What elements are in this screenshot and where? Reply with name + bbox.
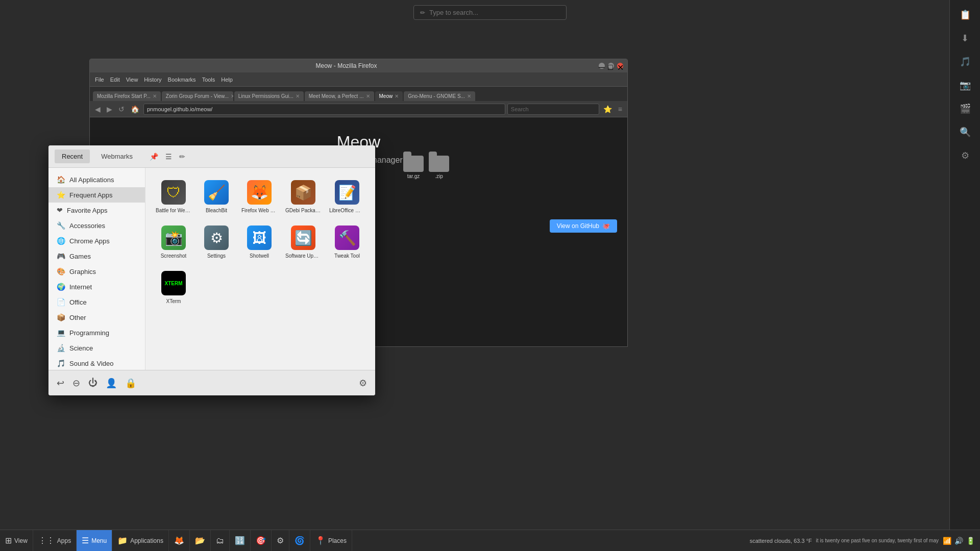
tab-5[interactable]: Gno-Menu - GNOME S...✕ [404, 91, 475, 101]
tab-0[interactable]: Mozilla Firefox Start P...✕ [93, 91, 161, 101]
tab-close-0[interactable]: ✕ [153, 93, 157, 99]
panel-music-icon[interactable]: 🎵 [954, 51, 976, 72]
bookmark-icon[interactable]: ⭐ [601, 104, 614, 114]
app-writer[interactable]: 📝 LibreOffice Writer [327, 176, 367, 217]
app-bleachbit[interactable]: 🧹 BleachBit [198, 176, 235, 217]
sidebar-item-frequent[interactable]: ⭐ Frequent Apps [48, 187, 145, 203]
panel-settings-icon[interactable]: ⚙ [954, 145, 976, 166]
app-screenshot[interactable]: 📸 Screenshot [154, 221, 193, 263]
taskbar-settings[interactable]: ⚙ [272, 530, 289, 551]
taskbar-files[interactable]: 📂 [190, 530, 211, 551]
folder-zip[interactable]: .zip [429, 156, 449, 179]
tab-close-5[interactable]: ✕ [467, 93, 471, 99]
sidebar-item-office[interactable]: 📄 Office [48, 294, 145, 310]
tab-3[interactable]: Meet Meow, a Perfect ...✕ [305, 91, 374, 101]
sidebar-label-other: Other [69, 314, 86, 321]
tab-webmarks[interactable]: Webmarks [94, 149, 140, 163]
app-gdebi[interactable]: 📦 GDebi Package Insta... [283, 176, 323, 217]
taskbar-view[interactable]: ⊞ View [0, 530, 33, 551]
network-icon[interactable]: 📶 [943, 537, 951, 545]
panel-video-icon[interactable]: 🎬 [954, 98, 976, 119]
menu-history[interactable]: History [142, 77, 163, 83]
panel-camera-icon[interactable]: 📷 [954, 74, 976, 96]
menu-help[interactable]: Help [219, 77, 235, 83]
taskbar-numpad[interactable]: 🔢 [230, 530, 251, 551]
app-tweak[interactable]: 🔨 Tweak Tool [327, 221, 367, 263]
footer-undo-button[interactable]: ↩ [57, 378, 64, 389]
sidebar-item-science[interactable]: 🔬 Science [48, 340, 145, 356]
menu-file[interactable]: File [93, 77, 106, 83]
app-label-battle-wesnoth: Battle for Wesno ... [156, 208, 191, 213]
tab-close-3[interactable]: ✕ [366, 93, 370, 99]
header-search-area[interactable] [195, 153, 369, 160]
close-button[interactable]: ✕ [617, 63, 623, 69]
sidebar-item-other[interactable]: 📦 Other [48, 310, 145, 325]
maximize-button[interactable]: □ [608, 63, 614, 69]
app-battle-wesnoth[interactable]: 🛡 Battle for Wesno ... [154, 176, 193, 217]
footer-gear-button[interactable]: ⚙ [359, 378, 367, 389]
tab-close-1[interactable]: ✕ [231, 93, 233, 99]
taskbar-places[interactable]: 📍 Places [310, 530, 352, 551]
nav-home[interactable]: 🏠 [129, 104, 141, 114]
panel-search-icon[interactable]: 🔍 [954, 121, 976, 143]
menu-edit[interactable]: Edit [108, 77, 122, 83]
pin-icon[interactable]: 📌 [148, 151, 160, 162]
tab-recent[interactable]: Recent [55, 149, 90, 163]
tab-close-4[interactable]: ✕ [395, 93, 399, 99]
applications-icon: 📁 [117, 536, 128, 545]
tab-close-2[interactable]: ✕ [296, 93, 300, 99]
tab-2[interactable]: Linux Permissions Gui...✕ [234, 91, 304, 101]
folder-targz[interactable]: tar.gz [403, 156, 424, 179]
edit-icon[interactable]: ✏ [178, 151, 187, 162]
url-bar[interactable]: pnmougel.github.io/meow/ [143, 104, 505, 115]
search-input[interactable] [429, 9, 560, 16]
header-search-input[interactable] [195, 153, 369, 160]
footer-lock-button[interactable]: 🔒 [125, 378, 136, 389]
sidebar-item-favorites[interactable]: ❤ Favorite Apps [48, 203, 145, 218]
sidebar-item-games[interactable]: 🎮 Games [48, 248, 145, 264]
taskbar-menu[interactable]: ☰ Menu [77, 530, 112, 551]
tab-1[interactable]: Zorin Group Forum - View...✕ [162, 91, 233, 101]
browser-search-bar[interactable]: Search [507, 104, 599, 115]
taskbar-filemanager[interactable]: 🗂 [211, 530, 230, 551]
app-firefox[interactable]: 🦊 Firefox Web Browser [239, 176, 279, 217]
taskbar-applications[interactable]: 📁 Applications [112, 530, 169, 551]
taskbar-firefox[interactable]: 🦊 [169, 530, 190, 551]
app-settings[interactable]: ⚙ Settings [198, 221, 235, 263]
nav-reload[interactable]: ↺ [116, 104, 127, 114]
taskbar-target[interactable]: 🎯 [251, 530, 272, 551]
menu-tools[interactable]: Tools [200, 77, 217, 83]
volume-icon[interactable]: 🔊 [954, 537, 963, 545]
list-icon[interactable]: ☰ [164, 151, 174, 162]
nav-back[interactable]: ◀ [93, 104, 103, 114]
taskbar-spinner[interactable]: 🌀 [289, 530, 310, 551]
battery-icon[interactable]: 🔋 [966, 537, 975, 545]
tab-meow[interactable]: Meow✕ [375, 91, 403, 101]
bleachbit-icon: 🧹 [204, 180, 229, 205]
sidebar-item-internet[interactable]: 🌍 Internet [48, 279, 145, 294]
app-xterm[interactable]: XTERM XTerm [154, 267, 193, 308]
github-button[interactable]: View on GitHub 🐙 [550, 219, 617, 233]
nav-menu-icon[interactable]: ≡ [616, 104, 624, 114]
nav-forward[interactable]: ▶ [105, 104, 114, 114]
panel-download-icon[interactable]: ⬇ [954, 28, 976, 49]
app-shotwell[interactable]: 🖼 Shotwell [239, 221, 279, 263]
other-icon: 📦 [57, 313, 65, 321]
footer-power-button[interactable]: ⏻ [88, 378, 97, 389]
footer-suspend-button[interactable]: ⊖ [72, 378, 80, 389]
sidebar-item-programming[interactable]: 💻 Programming [48, 325, 145, 340]
sidebar-item-graphics[interactable]: 🎨 Graphics [48, 264, 145, 279]
sidebar-item-all-apps[interactable]: 🏠 All Applications [48, 172, 145, 187]
app-updater[interactable]: 🔄 Software Updater [283, 221, 323, 263]
search-bar-top[interactable]: ✏ [413, 5, 567, 20]
menu-bookmarks[interactable]: Bookmarks [166, 77, 198, 83]
sidebar-item-chrome-apps[interactable]: 🌐 Chrome Apps [48, 233, 145, 248]
minimize-button[interactable]: ─ [599, 63, 605, 69]
taskbar-apps[interactable]: ⋮⋮ Apps [33, 530, 77, 551]
footer-user-button[interactable]: 👤 [106, 378, 117, 389]
panel-notes-icon[interactable]: 📋 [954, 4, 976, 26]
menu-view[interactable]: View [124, 77, 140, 83]
sidebar-label-programming: Programming [69, 329, 109, 337]
sidebar-item-sound-video[interactable]: 🎵 Sound & Video [48, 356, 145, 370]
sidebar-item-accessories[interactable]: 🔧 Accessories [48, 218, 145, 233]
